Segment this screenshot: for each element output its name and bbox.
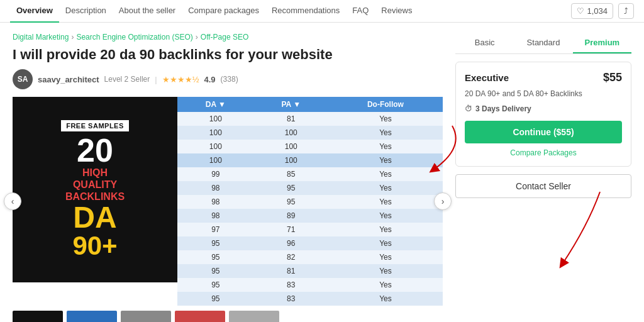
tab-standard[interactable]: Standard bbox=[514, 33, 572, 53]
nav-about-seller[interactable]: About the seller bbox=[113, 0, 182, 23]
pa-cell: 83 bbox=[254, 278, 328, 292]
data-table-wrapper: DA ▼ PA ▼ Do-Follow 100 81 Yes 100 100 Y… bbox=[177, 97, 443, 306]
red-arrow-2 bbox=[550, 189, 606, 270]
pa-cell: 82 bbox=[254, 250, 328, 264]
breadcrumb-sep-1: › bbox=[71, 33, 74, 42]
breadcrumb-seo[interactable]: Search Engine Optimization (SEO) bbox=[76, 33, 192, 42]
col-da: DA ▼ bbox=[177, 97, 254, 112]
da-cell: 95 bbox=[177, 236, 254, 250]
pa-cell: 96 bbox=[254, 236, 328, 250]
contact-seller-button[interactable]: Contact Seller bbox=[455, 174, 631, 198]
media-container: ‹ FREE SAMPLES 20 HIQHQUALITYBACKLINKS D… bbox=[13, 97, 443, 322]
favorite-count: 1,034 bbox=[587, 6, 608, 16]
dofollow-cell: Yes bbox=[328, 292, 443, 306]
da-cell: 95 bbox=[177, 250, 254, 264]
table-row: 95 96 Yes bbox=[177, 236, 443, 250]
table-row: 95 83 Yes bbox=[177, 278, 443, 292]
table-row: 98 95 Yes bbox=[177, 195, 443, 209]
thumbnail-2[interactable] bbox=[67, 311, 117, 322]
delivery-text: 3 Days Delivery bbox=[475, 104, 531, 113]
nav-recommendations[interactable]: Recommendations bbox=[265, 0, 346, 23]
star-rating: ★★★★½ bbox=[162, 75, 199, 84]
dofollow-cell: Yes bbox=[328, 264, 443, 278]
table-row: 100 100 Yes bbox=[177, 140, 443, 153]
nav-compare[interactable]: Compare packages bbox=[182, 0, 265, 23]
table-row: 100 100 Yes bbox=[177, 153, 443, 167]
gig-number: 20 bbox=[77, 134, 113, 167]
table-row: 97 71 Yes bbox=[177, 223, 443, 236]
tab-basic[interactable]: Basic bbox=[455, 33, 514, 53]
dofollow-cell: Yes bbox=[328, 195, 443, 209]
nav-actions: ♡ 1,034 ⤴ bbox=[571, 3, 634, 19]
gig-da-plus: 90+ bbox=[72, 233, 117, 259]
pa-cell: 85 bbox=[254, 167, 328, 181]
package-description: 20 DA 90+ and 5 DA 80+ Backlinks bbox=[465, 89, 622, 98]
pa-cell: 100 bbox=[254, 140, 328, 153]
da-cell: 100 bbox=[177, 153, 254, 167]
breadcrumb: Digital Marketing › Search Engine Optimi… bbox=[13, 33, 443, 42]
col-pa: PA ▼ bbox=[254, 97, 328, 112]
dofollow-cell: Yes bbox=[328, 250, 443, 264]
da-cell: 100 bbox=[177, 126, 254, 140]
pa-cell: 100 bbox=[254, 153, 328, 167]
dofollow-cell: Yes bbox=[328, 181, 443, 195]
rating-number: 4.9 bbox=[204, 75, 216, 84]
nav-reviews[interactable]: Reviews bbox=[375, 0, 418, 23]
gig-da: DA bbox=[73, 203, 116, 233]
seller-level: Level 2 Seller bbox=[104, 75, 150, 84]
share-button[interactable]: ⤴ bbox=[618, 3, 634, 19]
next-image-button[interactable]: › bbox=[434, 192, 452, 210]
thumbnails: DA90+ › bbox=[13, 311, 443, 322]
avatar: SA bbox=[13, 69, 33, 89]
pa-cell: 71 bbox=[254, 223, 328, 236]
pa-cell: 95 bbox=[254, 195, 328, 209]
table-row: 100 100 Yes bbox=[177, 126, 443, 140]
gig-quality: HIQHQUALITYBACKLINKS bbox=[65, 167, 125, 203]
nav-overview[interactable]: Overview bbox=[10, 0, 59, 23]
da-cell: 97 bbox=[177, 223, 254, 236]
da-cell: 100 bbox=[177, 140, 254, 153]
breadcrumb-digital-marketing[interactable]: Digital Marketing bbox=[13, 33, 69, 42]
dofollow-cell: Yes bbox=[328, 236, 443, 250]
media-area: ‹ FREE SAMPLES 20 HIQHQUALITYBACKLINKS D… bbox=[13, 97, 443, 306]
nav-faq[interactable]: FAQ bbox=[346, 0, 375, 23]
thumbnail-3[interactable] bbox=[121, 311, 171, 322]
dofollow-cell: Yes bbox=[328, 153, 443, 167]
da-cell: 100 bbox=[177, 112, 254, 126]
thumbnail-4[interactable] bbox=[175, 311, 225, 322]
thumbnail-1[interactable]: DA90+ bbox=[13, 311, 63, 322]
nav-description[interactable]: Description bbox=[59, 0, 113, 23]
breadcrumb-offpage[interactable]: Off-Page SEO bbox=[201, 33, 248, 42]
da-cell: 95 bbox=[177, 292, 254, 306]
seller-info: SA saavy_architect Level 2 Seller | ★★★★… bbox=[13, 69, 443, 89]
left-column: Digital Marketing › Search Engine Optimi… bbox=[13, 33, 443, 322]
da-cell: 98 bbox=[177, 195, 254, 209]
thumbnail-5[interactable] bbox=[229, 311, 279, 322]
continue-button[interactable]: Continue ($55) bbox=[465, 121, 622, 143]
free-samples-badge: FREE SAMPLES bbox=[61, 120, 129, 131]
pa-cell: 100 bbox=[254, 126, 328, 140]
pa-cell: 81 bbox=[254, 112, 328, 126]
da-cell: 95 bbox=[177, 264, 254, 278]
favorite-button[interactable]: ♡ 1,034 bbox=[571, 3, 613, 19]
da-cell: 98 bbox=[177, 181, 254, 195]
review-count: (338) bbox=[221, 75, 238, 84]
tab-premium[interactable]: Premium bbox=[573, 33, 631, 53]
da-cell: 98 bbox=[177, 209, 254, 223]
dofollow-cell: Yes bbox=[328, 223, 443, 236]
prev-image-button[interactable]: ‹ bbox=[4, 192, 21, 210]
dofollow-cell: Yes bbox=[328, 112, 443, 126]
dofollow-cell: Yes bbox=[328, 140, 443, 153]
table-row: 98 89 Yes bbox=[177, 209, 443, 223]
dofollow-cell: Yes bbox=[328, 167, 443, 181]
compare-packages-link[interactable]: Compare Packages bbox=[465, 148, 622, 157]
seller-name[interactable]: saavy_architect bbox=[38, 75, 99, 84]
table-row: 95 82 Yes bbox=[177, 250, 443, 264]
package-delivery: ⏱ 3 Days Delivery bbox=[465, 104, 622, 113]
table-row: 95 83 Yes bbox=[177, 292, 443, 306]
da-cell: 99 bbox=[177, 167, 254, 181]
top-nav: Overview Description About the seller Co… bbox=[0, 0, 644, 23]
pa-cell: 83 bbox=[254, 292, 328, 306]
share-icon: ⤴ bbox=[624, 6, 628, 16]
divider: | bbox=[155, 75, 157, 84]
